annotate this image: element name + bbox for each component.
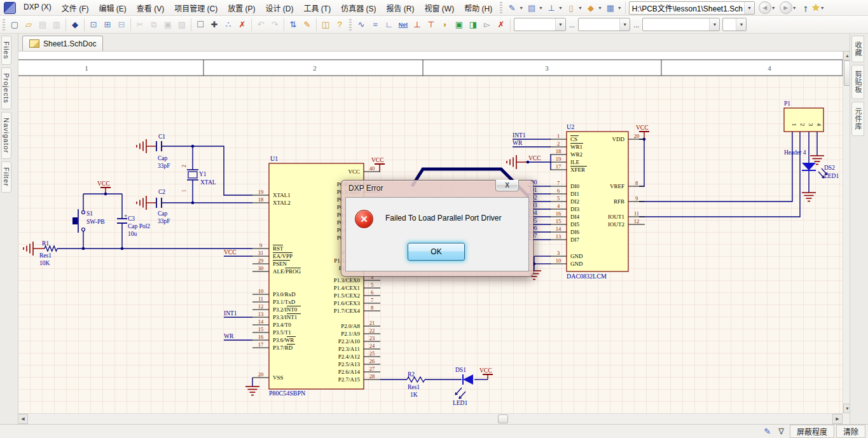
- chevron-down-icon[interactable]: ▼: [744, 2, 754, 14]
- clear-filter-icon[interactable]: ✗: [236, 18, 249, 31]
- error-icon: ✕: [355, 210, 373, 228]
- back-dropdown-icon[interactable]: ▼: [771, 6, 776, 10]
- toolbar-combo-4[interactable]: ▼: [722, 18, 747, 31]
- browse-button-2[interactable]: ...: [631, 21, 641, 29]
- menu-project[interactable]: 项目管理 (C): [169, 1, 223, 15]
- zoom-fit-icon[interactable]: ⊡: [87, 18, 100, 31]
- menu-place[interactable]: 放置 (P): [223, 1, 260, 15]
- select-area-icon[interactable]: ☐: [194, 18, 207, 31]
- workspace-panels-icon[interactable]: ◆: [69, 18, 81, 31]
- scroll-right-icon[interactable]: ▶: [832, 414, 843, 424]
- home-icon[interactable]: ↑: [803, 3, 808, 13]
- favorites-dropdown-icon[interactable]: ▼: [820, 6, 825, 10]
- wire: [639, 132, 800, 217]
- hscroll-thumb[interactable]: [498, 414, 508, 423]
- digital-device-icon-dropdown[interactable]: ▼: [578, 6, 582, 10]
- copy-icon[interactable]: ⧉: [148, 18, 160, 31]
- panel-tab-favorites[interactable]: 收藏: [851, 36, 864, 62]
- panel-tab-clipboard[interactable]: 剪贴板: [851, 65, 864, 99]
- panel-tab-projects[interactable]: Projects: [1, 67, 11, 109]
- menu-view[interactable]: 查看 (V): [132, 1, 169, 15]
- mask-level-button[interactable]: 屏蔽程度: [790, 425, 834, 438]
- annotation-tools-icon[interactable]: ✎: [506, 1, 518, 15]
- power-source-icon[interactable]: ⊥: [545, 1, 558, 15]
- toolbar-combo-1[interactable]: ▼: [514, 18, 566, 31]
- paste-array-icon[interactable]: ▨: [176, 18, 188, 31]
- chevron-down-icon[interactable]: ▼: [555, 18, 565, 31]
- menu-design[interactable]: 设计 (D): [261, 1, 299, 15]
- mask-pencil-icon[interactable]: ✎: [301, 18, 313, 31]
- menu-dxp[interactable]: DXP (X): [18, 1, 57, 15]
- rearrange-icon[interactable]: ∴: [222, 18, 235, 31]
- undo-icon[interactable]: ↶: [254, 18, 267, 31]
- menu-help[interactable]: 帮助 (H): [459, 1, 497, 15]
- forward-button[interactable]: ▶: [780, 1, 792, 14]
- place-gnd-port-icon[interactable]: ⊥: [411, 18, 424, 31]
- back-button[interactable]: ◀: [759, 1, 771, 14]
- new-document-icon[interactable]: ▢: [8, 18, 21, 31]
- mask-edit-icon[interactable]: ✎: [764, 427, 771, 436]
- resistor: [45, 246, 57, 251]
- favorites-star-icon[interactable]: ★: [811, 2, 820, 13]
- address-value[interactable]: H:\PCB文件\lesson1\Sheet1.Sch: [630, 3, 744, 13]
- menu-report[interactable]: 报告 (R): [382, 1, 420, 15]
- browse-library-icon[interactable]: ◫: [319, 18, 332, 31]
- chevron-down-icon[interactable]: ▼: [619, 18, 630, 31]
- panel-tab-filter[interactable]: Filter: [1, 161, 11, 192]
- filter-flow-icon[interactable]: ∇: [778, 427, 784, 436]
- panel-tab-libraries[interactable]: 元件库: [851, 102, 864, 136]
- svg-text:C3: C3: [128, 216, 135, 222]
- menu-file[interactable]: 文件 (F): [57, 1, 94, 15]
- cut-icon[interactable]: ✂: [134, 18, 146, 31]
- simulation-source-icon[interactable]: ◆: [584, 1, 597, 15]
- paste-icon[interactable]: ▣: [162, 18, 174, 31]
- menu-simulator[interactable]: 仿真器 (S): [336, 1, 381, 15]
- power-source-icon-dropdown[interactable]: ▼: [558, 6, 563, 10]
- panel-tab-navigator[interactable]: Navigator: [1, 112, 11, 159]
- address-combo[interactable]: H:\PCB文件\lesson1\Sheet1.Sch ▼: [629, 1, 755, 15]
- zoom-area-icon[interactable]: ⊞: [101, 18, 114, 31]
- browse-button-1[interactable]: ...: [567, 21, 577, 29]
- cross-probe-icon[interactable]: ⇅: [287, 18, 300, 31]
- menu-window[interactable]: 视窗 (W): [420, 1, 460, 15]
- digital-device-icon[interactable]: ▯: [565, 1, 577, 15]
- chevron-down-icon[interactable]: ▼: [736, 18, 746, 31]
- place-sheet-entry-icon[interactable]: ◨: [467, 18, 479, 31]
- print-icon[interactable]: ▤: [36, 18, 49, 31]
- toolbar-combo-3[interactable]: ▼: [642, 18, 720, 31]
- close-icon[interactable]: X: [495, 180, 519, 191]
- chevron-down-icon[interactable]: ▼: [709, 18, 719, 31]
- help-icon[interactable]: ?: [333, 18, 346, 31]
- move-object-icon[interactable]: ✚: [208, 18, 221, 31]
- tab-sheet1-schdoc[interactable]: Sheet1.SchDoc: [22, 36, 103, 51]
- place-bus-icon[interactable]: ≈: [369, 18, 382, 31]
- grid-settings-icon[interactable]: ▦: [604, 1, 617, 15]
- menu-edit[interactable]: 编辑 (E): [93, 1, 131, 15]
- svg-text:IOUT2: IOUT2: [608, 221, 624, 228]
- align-tools-icon-dropdown[interactable]: ▼: [539, 6, 543, 10]
- place-part-icon[interactable]: ◗: [439, 18, 451, 31]
- grid-settings-icon-dropdown[interactable]: ▼: [617, 6, 622, 10]
- place-vcc-port-icon[interactable]: ⊤: [425, 18, 437, 31]
- zoom-selection-icon[interactable]: ⊟: [115, 18, 128, 31]
- place-sheet-symbol-icon[interactable]: ▣: [453, 18, 465, 31]
- print-preview-icon[interactable]: ▥: [50, 18, 63, 31]
- panel-tab-files[interactable]: Files: [1, 36, 11, 65]
- place-wire-icon[interactable]: ∿: [355, 18, 368, 31]
- horizontal-scrollbar[interactable]: ◀ ▶: [18, 413, 843, 423]
- place-no-erc-icon[interactable]: ✗: [495, 18, 507, 31]
- toolbar-combo-2[interactable]: ▼: [578, 18, 630, 31]
- clear-button[interactable]: 清除: [836, 425, 865, 438]
- annotation-tools-icon-dropdown[interactable]: ▼: [519, 6, 523, 10]
- forward-dropdown-icon[interactable]: ▼: [792, 6, 797, 10]
- open-document-icon[interactable]: ▱: [22, 18, 35, 31]
- redo-icon[interactable]: ↷: [268, 18, 281, 31]
- menu-tools[interactable]: 工具 (T): [299, 1, 336, 15]
- place-port-icon[interactable]: ▻: [481, 18, 493, 31]
- ok-button[interactable]: OK: [408, 243, 465, 261]
- simulation-source-icon-dropdown[interactable]: ▼: [598, 6, 602, 10]
- scroll-left-icon[interactable]: ◀: [18, 414, 28, 424]
- place-bus-entry-icon[interactable]: ∟: [383, 18, 396, 31]
- place-net-label-icon[interactable]: Net: [397, 18, 410, 31]
- align-tools-icon[interactable]: ▤: [525, 1, 538, 15]
